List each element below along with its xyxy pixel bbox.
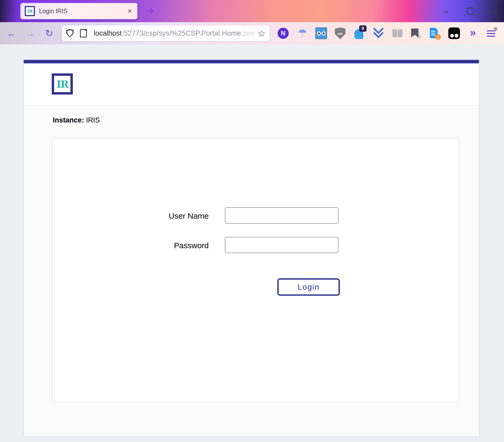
- password-label: Password: [52, 237, 209, 254]
- ublock-shield-icon: uo: [335, 27, 345, 39]
- url-path-fade: zen: [243, 29, 254, 37]
- url-text: localhost:52773/csp/sys/%25CSP.Portal.Ho…: [94, 29, 254, 37]
- minimize-button[interactable]: –: [441, 6, 451, 16]
- browser-toolbar: ← → ↻ localhost:52773/csp/sys/%25CSP.Por…: [0, 22, 504, 44]
- hamburger-menu-icon: [487, 29, 497, 38]
- extension-ublock-button[interactable]: uo: [334, 27, 346, 39]
- umbrella-icon: ☂: [297, 28, 307, 39]
- forward-button[interactable]: →: [25, 27, 35, 39]
- extension-eyes-button[interactable]: [315, 27, 327, 39]
- menu-notification-dot: [494, 27, 497, 31]
- login-page-card: IR Instance: IRIS User Name Password Log…: [24, 60, 479, 436]
- username-input[interactable]: [225, 207, 339, 224]
- bookmark-flag-icon: ☆: [411, 28, 421, 39]
- new-tab-button[interactable]: +: [144, 3, 158, 18]
- glasses-icon: [448, 27, 460, 39]
- iris-logo: IR: [52, 73, 73, 95]
- window-controls: – ×: [441, 0, 499, 22]
- tab-title: Login IRIS: [39, 8, 127, 15]
- open-book-icon: [392, 29, 402, 37]
- back-button[interactable]: ←: [6, 27, 17, 39]
- close-window-button[interactable]: ×: [490, 6, 499, 16]
- ghost-icon: 0: [354, 27, 365, 39]
- tab-favicon-text: IR: [27, 8, 32, 14]
- tab-close-icon[interactable]: ×: [127, 7, 133, 15]
- url-host: localhost: [94, 29, 122, 37]
- eyes-icon: [315, 27, 327, 39]
- instance-line: Instance: IRIS: [53, 116, 100, 124]
- n-extension-icon: N: [278, 28, 289, 39]
- toolbar-overflow-button[interactable]: »: [467, 27, 479, 39]
- page-header: IR: [24, 63, 479, 106]
- app-menu-button[interactable]: [486, 27, 498, 39]
- extension-document-button[interactable]: ↓: [429, 27, 440, 39]
- page-viewport: IR Instance: IRIS User Name Password Log…: [0, 44, 504, 442]
- document-download-icon: ↓: [430, 28, 439, 39]
- login-form-panel: User Name Password Login: [52, 138, 459, 402]
- login-button[interactable]: Login: [277, 278, 340, 296]
- url-bar[interactable]: localhost:52773/csp/sys/%25CSP.Portal.Ho…: [62, 25, 270, 41]
- url-path: :52773/csp/sys/%25CSP.Portal.Home.: [122, 29, 243, 37]
- tab-favicon-icon: IR: [25, 6, 35, 16]
- page-accent-bar: [24, 60, 479, 63]
- instance-value: IRIS: [86, 116, 100, 124]
- reader-book-button[interactable]: [392, 27, 403, 39]
- bookmark-manager-button[interactable]: ☆: [410, 27, 422, 39]
- iris-logo-text: IR: [56, 78, 68, 90]
- extension-umbrella-button[interactable]: ☂: [297, 27, 308, 39]
- extension-chevrons-button[interactable]: [373, 27, 384, 39]
- extension-n-button[interactable]: N: [277, 27, 289, 39]
- browser-titlebar: IR Login IRIS × + – ×: [0, 0, 504, 22]
- username-label: User Name: [52, 207, 209, 225]
- extension-ghost-button[interactable]: 0: [354, 27, 365, 39]
- tracking-protection-shield-icon[interactable]: [66, 29, 74, 37]
- bookmark-flag-star-icon: ☆: [417, 33, 422, 40]
- page-body: Instance: IRIS User Name Password Login: [24, 106, 479, 436]
- instance-label: Instance:: [53, 116, 84, 124]
- reload-button[interactable]: ↻: [44, 27, 54, 39]
- ghost-badge-count: 0: [359, 25, 367, 32]
- browser-tab[interactable]: IR Login IRIS ×: [20, 3, 138, 20]
- maximize-icon: [467, 8, 474, 15]
- overflow-chevron-icon: »: [470, 27, 476, 39]
- extension-glasses-button[interactable]: [448, 27, 460, 39]
- doc-badge-icon: ↓: [435, 34, 441, 40]
- bookmark-star-icon[interactable]: ☆: [258, 28, 265, 39]
- page-info-icon[interactable]: [80, 29, 87, 37]
- maximize-button[interactable]: [465, 6, 475, 16]
- double-chevron-down-icon: [375, 28, 382, 37]
- password-input[interactable]: [225, 237, 339, 253]
